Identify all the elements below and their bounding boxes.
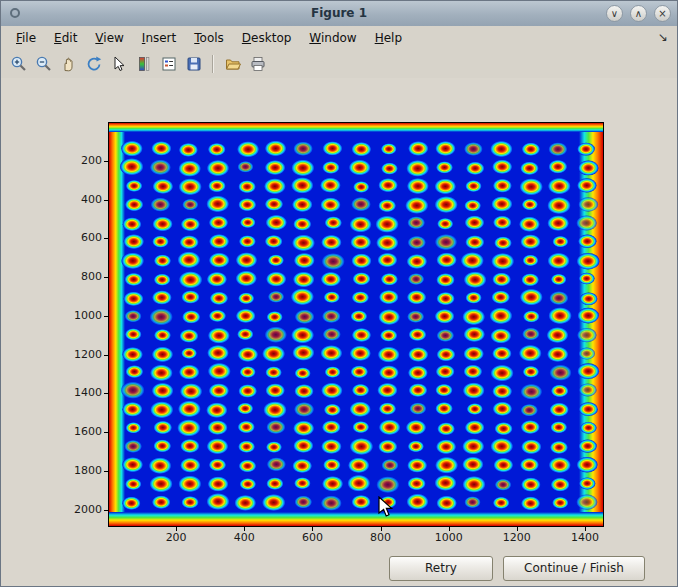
legend-icon bbox=[160, 55, 178, 73]
data-cursor-button[interactable] bbox=[107, 53, 130, 76]
x-tick-mark bbox=[176, 527, 177, 531]
minimize-icon: ∨ bbox=[611, 8, 618, 19]
close-button[interactable]: × bbox=[654, 5, 671, 22]
y-tick-label: 2000 bbox=[58, 503, 102, 516]
menu-desktop[interactable]: Desktop bbox=[233, 28, 301, 48]
data-cursor-icon bbox=[110, 55, 128, 73]
menu-tools[interactable]: Tools bbox=[185, 28, 233, 48]
window-title: Figure 1 bbox=[1, 6, 677, 20]
x-tick-label: 800 bbox=[359, 531, 403, 544]
x-tick-mark bbox=[449, 527, 450, 531]
menu-edit[interactable]: Edit bbox=[45, 28, 86, 48]
zoom-out-icon bbox=[35, 55, 53, 73]
y-tick-label: 1600 bbox=[58, 425, 102, 438]
zoom-in-icon bbox=[10, 55, 28, 73]
y-tick-mark bbox=[104, 316, 108, 317]
x-tick-label: 1200 bbox=[495, 531, 539, 544]
rotate-3d-icon bbox=[85, 55, 103, 73]
legend-button[interactable] bbox=[157, 53, 180, 76]
y-tick-label: 1200 bbox=[58, 348, 102, 361]
y-tick-label: 600 bbox=[58, 231, 102, 244]
x-tick-mark bbox=[312, 527, 313, 531]
colorbar-button[interactable] bbox=[132, 53, 155, 76]
figure-window: Figure 1 ∨ ∧ × File Edit View Insert Too… bbox=[0, 0, 678, 587]
retry-button[interactable]: Retry bbox=[389, 556, 493, 581]
y-tick-mark bbox=[104, 238, 108, 239]
menu-window[interactable]: Window bbox=[300, 28, 365, 48]
pan-button[interactable] bbox=[57, 53, 80, 76]
save-icon bbox=[185, 55, 203, 73]
window-controls: ∨ ∧ × bbox=[606, 5, 671, 22]
save-button[interactable] bbox=[182, 53, 205, 76]
y-tick-label: 1400 bbox=[58, 386, 102, 399]
x-tick-label: 1400 bbox=[563, 531, 607, 544]
zoom-in-button[interactable] bbox=[7, 53, 30, 76]
x-tick-mark bbox=[585, 527, 586, 531]
x-tick-label: 200 bbox=[154, 531, 198, 544]
y-tick-mark bbox=[104, 277, 108, 278]
menu-view[interactable]: View bbox=[86, 28, 132, 48]
x-tick-label: 1000 bbox=[427, 531, 471, 544]
menu-file[interactable]: File bbox=[7, 28, 45, 48]
x-tick-mark bbox=[381, 527, 382, 531]
plot-image bbox=[109, 123, 603, 526]
y-tick-label: 1000 bbox=[58, 309, 102, 322]
y-tick-label: 400 bbox=[58, 193, 102, 206]
rotate-3d-button[interactable] bbox=[82, 53, 105, 76]
zoom-out-button[interactable] bbox=[32, 53, 55, 76]
toolbar-separator bbox=[212, 55, 214, 73]
y-tick-mark bbox=[104, 200, 108, 201]
close-icon: × bbox=[658, 8, 666, 19]
print-button[interactable] bbox=[246, 53, 269, 76]
y-tick-mark bbox=[104, 510, 108, 511]
y-tick-mark bbox=[104, 355, 108, 356]
open-folder-icon bbox=[224, 55, 242, 73]
colorbar-icon bbox=[135, 55, 153, 73]
continue-finish-button[interactable]: Continue / Finish bbox=[503, 556, 645, 581]
open-folder-button[interactable] bbox=[221, 53, 244, 76]
maximize-button[interactable]: ∧ bbox=[630, 5, 647, 22]
x-tick-label: 400 bbox=[222, 531, 266, 544]
pan-hand-icon bbox=[60, 55, 78, 73]
minimize-button[interactable]: ∨ bbox=[606, 5, 623, 22]
x-tick-label: 600 bbox=[290, 531, 334, 544]
y-tick-label: 800 bbox=[58, 270, 102, 283]
print-icon bbox=[249, 55, 267, 73]
menu-insert[interactable]: Insert bbox=[133, 28, 185, 48]
y-tick-mark bbox=[104, 432, 108, 433]
x-tick-mark bbox=[244, 527, 245, 531]
menu-bar: File Edit View Insert Tools Desktop Wind… bbox=[1, 26, 677, 51]
title-bar[interactable]: Figure 1 ∨ ∧ × bbox=[1, 1, 677, 27]
menu-help[interactable]: Help bbox=[366, 28, 411, 48]
y-tick-mark bbox=[104, 471, 108, 472]
maximize-icon: ∧ bbox=[635, 8, 642, 19]
y-tick-label: 200 bbox=[58, 154, 102, 167]
x-tick-mark bbox=[517, 527, 518, 531]
figure-toolbar bbox=[1, 50, 677, 79]
axes-area[interactable] bbox=[108, 122, 604, 527]
menu-overflow-icon[interactable]: ↘ bbox=[658, 30, 668, 44]
y-tick-label: 1800 bbox=[58, 464, 102, 477]
y-tick-mark bbox=[104, 161, 108, 162]
y-tick-mark bbox=[104, 393, 108, 394]
